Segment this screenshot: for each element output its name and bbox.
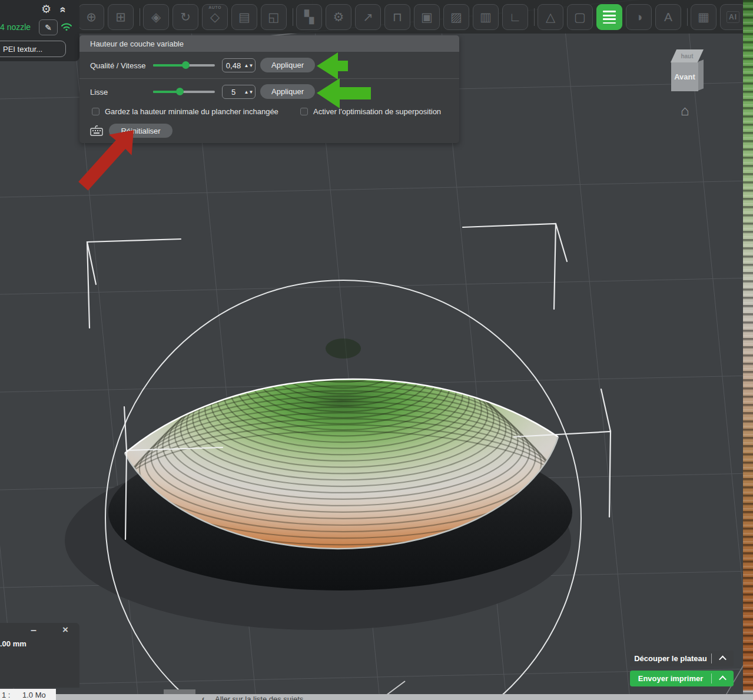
keyboard-icon[interactable]: [89, 125, 104, 137]
tool-ai-tool[interactable]: AI: [720, 4, 746, 30]
home-view-icon[interactable]: ⌂: [681, 102, 689, 119]
apply-quality-button[interactable]: Appliquer: [260, 58, 315, 72]
filesize-text: 1.0 Mo: [22, 691, 46, 699]
add-plate-icon: ⊞: [115, 10, 126, 24]
apply-label: Appliquer: [271, 87, 304, 96]
variable-layer-height-dialog: Hauteur de couche variable Qualité / Vit…: [79, 35, 459, 143]
toolbar-separator: [687, 8, 688, 26]
tool-fuzzy-skin[interactable]: ▣: [414, 4, 440, 30]
tool-color-paint[interactable]: ◑: [626, 4, 652, 30]
hatch-icon: ▨: [450, 10, 462, 24]
wifi-icon: [60, 21, 73, 31]
spinner-arrows[interactable]: ▲▼: [244, 64, 255, 68]
arrange-icon: ◈: [151, 10, 161, 24]
statusbar-left: 1 : 1.0 Mo: [0, 689, 56, 700]
toolbar-separator: [534, 8, 535, 26]
value-text: 0,48: [223, 61, 244, 70]
ratio-text: 1 :: [2, 691, 10, 699]
measure-icon: ∟: [509, 10, 522, 24]
measurement-value: .00 mm: [0, 639, 26, 648]
quality-speed-slider[interactable]: [153, 64, 215, 67]
value-text: 5: [223, 88, 244, 97]
tool-rotate[interactable]: ↻: [173, 4, 198, 30]
tool-add-plate[interactable]: ⊞: [108, 4, 134, 30]
support-paint-icon: △: [546, 10, 555, 24]
reset-button[interactable]: Réinitialiser: [109, 124, 173, 138]
dialog-divider: [79, 78, 459, 79]
navcube-top-face[interactable]: haut: [671, 49, 704, 62]
tool-variable-layer-height[interactable]: [596, 4, 622, 30]
tool-support[interactable]: ⊓: [384, 4, 410, 30]
reset-label: Réinitialiser: [121, 127, 160, 135]
smooth-value[interactable]: 5 ▲▼: [222, 85, 256, 99]
dome-apex: [326, 339, 361, 359]
slider-thumb[interactable]: [182, 61, 190, 69]
navcube-front-face[interactable]: Avant: [671, 62, 698, 91]
tool-lay-on-face[interactable]: ◱: [261, 4, 287, 30]
tool-text-tool[interactable]: A: [655, 4, 681, 30]
lay-on-face-icon: ◱: [268, 10, 280, 24]
slider-thumb[interactable]: [176, 88, 184, 95]
auto-orient-icon: ◇: [210, 10, 220, 24]
tool-overlap[interactable]: ▥: [473, 4, 499, 30]
quality-speed-value[interactable]: 0,48 ▲▼: [222, 58, 256, 72]
tool-puzzle[interactable]: ▦: [691, 4, 716, 30]
tool-support-paint[interactable]: △: [538, 4, 563, 30]
layers-icon: [603, 11, 616, 24]
keep-min-floor-checkbox[interactable]: [92, 108, 99, 115]
keep-min-floor-label: Gardez la hauteur minimale du plancher i…: [105, 107, 278, 116]
minimize-icon[interactable]: –: [31, 624, 37, 636]
tool-arrange[interactable]: ◈: [143, 4, 169, 30]
dialog-title: Hauteur de couche variable: [90, 39, 184, 48]
dialog-titlebar[interactable]: Hauteur de couche variable: [79, 35, 459, 52]
quality-speed-label: Qualité / Vitesse: [90, 61, 145, 70]
nozzle-label: 4 nozzle: [0, 22, 37, 32]
app-window: ⊕⊞◈↻◇AUTO▤◱▚⚙↗⊓▣▨▥∟△▢◑A▦AI ⚙ » 4 nozzle …: [0, 0, 753, 700]
slice-plate-label: Découper le plateau: [630, 654, 711, 663]
tool-seam-paint[interactable]: ▢: [567, 4, 593, 30]
page-link-bar: ‹ Aller sur la liste des sujets: [56, 694, 753, 700]
tool-split-parts[interactable]: ⚙: [326, 4, 351, 30]
spinner-arrows[interactable]: ▲▼: [244, 90, 255, 94]
toolbar-separator: [293, 8, 293, 26]
tool-hatch[interactable]: ▨: [443, 4, 469, 30]
color-paint-icon: ◑: [635, 10, 643, 24]
close-icon[interactable]: ×: [62, 624, 68, 636]
overlap-optimization-label: Activer l'optimisation de superposition: [313, 107, 441, 116]
layout-icon: ▤: [238, 10, 250, 24]
tool-auto-orient[interactable]: ◇AUTO: [202, 4, 228, 30]
ai-tool-icon: AI: [727, 11, 739, 23]
split-objects-icon: ▚: [304, 10, 314, 24]
smooth-label: Lisse: [90, 88, 108, 97]
add-object-icon: ⊕: [86, 10, 97, 24]
smooth-slider[interactable]: [153, 91, 215, 93]
navigation-cube[interactable]: haut Avant: [671, 49, 705, 92]
gear-icon[interactable]: ⚙: [41, 2, 51, 16]
topics-list-link[interactable]: Aller sur la liste des sujets: [215, 695, 303, 700]
layer-height-profile-strip[interactable]: [743, 0, 753, 700]
tool-layout[interactable]: ▤: [231, 4, 257, 30]
edit-printer-button[interactable]: ✎: [39, 19, 58, 35]
tool-scale[interactable]: ↗: [355, 4, 381, 30]
rotate-icon: ↻: [180, 10, 191, 24]
printer-panel: ⚙ » 4 nozzle ✎ PEI textur...: [0, 0, 79, 61]
tool-split-objects[interactable]: ▚: [296, 4, 322, 30]
send-print-button[interactable]: Envoyer imprimer: [630, 671, 734, 686]
apply-smooth-button[interactable]: Appliquer: [260, 84, 315, 99]
seam-paint-icon: ▢: [574, 10, 586, 24]
tool-add-object[interactable]: ⊕: [78, 4, 104, 30]
plate-preset-select[interactable]: PEI textur...: [0, 41, 66, 57]
fuzzy-skin-icon: ▣: [421, 10, 433, 24]
tool-measure[interactable]: ∟: [502, 4, 528, 30]
slice-options-dropdown[interactable]: [712, 656, 734, 661]
overlap-icon: ▥: [480, 10, 492, 24]
overlap-optimization-checkbox[interactable]: [300, 108, 308, 115]
toolbar-separator: [140, 8, 140, 26]
split-parts-icon: ⚙: [333, 10, 344, 24]
navcube-side-face[interactable]: [698, 59, 704, 91]
slice-plate-button[interactable]: Découper le plateau: [630, 651, 734, 666]
top-toolbar: ⊕⊞◈↻◇AUTO▤◱▚⚙↗⊓▣▨▥∟△▢◑A▦AI: [0, 0, 753, 34]
back-arrow-icon[interactable]: ‹: [202, 694, 204, 700]
print-options-dropdown[interactable]: [712, 676, 734, 681]
collapse-icon[interactable]: »: [56, 6, 68, 12]
